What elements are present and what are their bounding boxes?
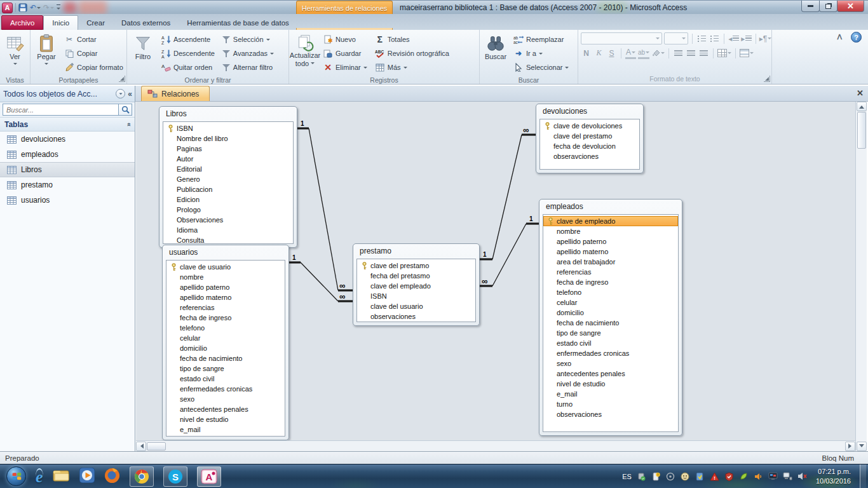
- highlight-button[interactable]: ab: [638, 47, 649, 59]
- field-observaciones[interactable]: observaciones: [166, 435, 285, 437]
- table-title-empleados[interactable]: empleados: [539, 200, 682, 212]
- vertical-scroll-thumb[interactable]: [857, 112, 866, 149]
- taskbar-ie-icon[interactable]: e: [36, 468, 43, 484]
- field-Paginas[interactable]: Paginas: [163, 144, 293, 154]
- field-Consulta[interactable]: Consulta: [163, 235, 293, 244]
- field-Genero[interactable]: Genero: [163, 174, 293, 184]
- show-desktop-button[interactable]: [860, 464, 866, 488]
- restore-button[interactable]: [819, 1, 837, 12]
- taskbar-firefox-icon[interactable]: [104, 468, 120, 485]
- taskbar-access-button[interactable]: A: [197, 466, 221, 487]
- horizontal-scroll-thumb[interactable]: [147, 442, 166, 451]
- field-clave-del-usuario[interactable]: clave del usuario: [357, 301, 475, 311]
- nav-item-usuarios[interactable]: usuarios: [0, 193, 135, 208]
- align-right-button[interactable]: [698, 47, 709, 59]
- tab-relaciones[interactable]: Relaciones: [141, 86, 210, 101]
- antivirus-tray-icon[interactable]: [724, 471, 734, 481]
- customize-qat-button[interactable]: [57, 4, 60, 11]
- relationships-canvas[interactable]: LibrosISBNNombre del libroPaginasAutorEd…: [136, 102, 855, 440]
- bold-button[interactable]: N: [581, 47, 592, 59]
- guardar-button[interactable]: Guardar: [320, 46, 370, 60]
- table-box-usuarios[interactable]: usuariosclave de usuarionombreapellido p…: [162, 245, 289, 440]
- device-warning-tray-icon[interactable]: !: [651, 471, 661, 481]
- field-clave-del-prestamo[interactable]: clave del prestamo: [540, 131, 639, 141]
- messenger-tray-icon[interactable]: [681, 471, 690, 481]
- field-domicilio[interactable]: domicilio: [166, 343, 285, 353]
- numbering-button[interactable]: [709, 32, 720, 44]
- field-observaciones[interactable]: observaciones: [357, 311, 475, 322]
- italic-button[interactable]: K: [593, 47, 604, 59]
- ver-button[interactable]: Ver: [1, 31, 29, 76]
- usb-tray-icon[interactable]: [637, 471, 646, 481]
- update-tray-icon[interactable]: [695, 471, 705, 481]
- field-apellido-materno[interactable]: apellido materno: [543, 247, 678, 257]
- revision-button[interactable]: ABC Revisión ortográfica: [372, 46, 452, 60]
- field-tipo-de-sangre[interactable]: tipo de sangre: [166, 363, 285, 374]
- field-estado-civil[interactable]: estado civil: [543, 338, 678, 348]
- field-tipo-de-sangre[interactable]: tipo de sangre: [543, 328, 678, 338]
- font-name-combo[interactable]: [581, 32, 662, 44]
- field-Idioma[interactable]: Idioma: [163, 225, 293, 235]
- field-clave-del-empleado[interactable]: clave del empleado: [357, 281, 475, 291]
- actualizar-todo-button[interactable]: Actualizar todo: [290, 31, 320, 76]
- field-obseravciones[interactable]: obseravciones: [540, 151, 639, 161]
- nav-item-libros[interactable]: Libros: [0, 162, 135, 177]
- totales-button[interactable]: Σ Totales: [372, 32, 452, 46]
- field-sexo[interactable]: sexo: [543, 358, 678, 369]
- network-connection-tray-icon[interactable]: [783, 471, 792, 481]
- table-title-usuarios[interactable]: usuarios: [163, 245, 288, 258]
- field-Edicion[interactable]: Edicion: [163, 194, 293, 205]
- align-left-button[interactable]: [673, 47, 684, 59]
- field-Observaciones[interactable]: Observaciones: [163, 215, 293, 225]
- filtro-button[interactable]: Filtro: [128, 31, 158, 76]
- cortar-button[interactable]: ✂ Cortar: [62, 32, 126, 46]
- alternate-row-color-button[interactable]: [740, 47, 754, 59]
- field-apellido-paterno[interactable]: apellido paterno: [543, 236, 678, 247]
- ascendente-button[interactable]: AZ Ascendente: [158, 32, 217, 46]
- field-telefono[interactable]: telefono: [166, 323, 285, 333]
- nav-section-tablas[interactable]: Tablas »: [0, 118, 135, 132]
- nav-item-devoluciones[interactable]: devoluciones: [0, 132, 135, 147]
- field-fecha-de-ingreso[interactable]: fecha de ingreso: [166, 313, 285, 323]
- taskbar-chrome-button[interactable]: [130, 466, 154, 487]
- fill-color-button[interactable]: [651, 47, 665, 59]
- shutter-bar-close-button[interactable]: «: [128, 90, 132, 98]
- tab-herramientas-bd[interactable]: Herramientas de base de datos: [179, 15, 297, 30]
- underline-button[interactable]: S: [606, 47, 617, 59]
- nav-pane-header[interactable]: Todos los objetos de Acc... «: [0, 86, 135, 102]
- scroll-up-button[interactable]: [857, 102, 867, 111]
- display-tray-icon[interactable]: [768, 471, 778, 481]
- buscar-button[interactable]: Buscar: [480, 31, 511, 76]
- search-input[interactable]: [3, 104, 118, 116]
- field-estado-civil[interactable]: estado civil: [166, 374, 285, 384]
- alternar-filtro-button[interactable]: Alternar filtro: [220, 60, 276, 74]
- field-fecha-del-pretasmo[interactable]: fecha del pretasmo: [357, 271, 475, 281]
- table-title-devoluciones[interactable]: devoluciones: [536, 104, 643, 117]
- field-ISBN[interactable]: ISBN: [357, 291, 475, 301]
- access-app-icon[interactable]: A: [2, 3, 13, 13]
- field-apellido-paterno[interactable]: apellido paterno: [166, 282, 285, 292]
- help-button[interactable]: ?: [851, 32, 862, 43]
- field-domicilio[interactable]: domicilio: [543, 308, 678, 318]
- field-nivel-de-estudio[interactable]: nivel de estudio: [543, 379, 678, 389]
- field-ISBN[interactable]: ISBN: [163, 123, 293, 133]
- relationship-Libros-prestamo[interactable]: 1∞: [297, 120, 353, 290]
- tab-crear[interactable]: Crear: [78, 15, 113, 30]
- align-center-button[interactable]: [686, 47, 696, 59]
- close-document-button[interactable]: ✕: [857, 89, 864, 97]
- field-Prologo[interactable]: Prologo: [163, 205, 293, 215]
- network-tray-icon[interactable]: [666, 471, 675, 481]
- dialog-launcher[interactable]: [119, 76, 125, 82]
- battery-saver-tray-icon[interactable]: [739, 471, 749, 481]
- taskbar-wmp-icon[interactable]: [79, 468, 95, 485]
- table-box-devoluciones[interactable]: devolucionesclave de devolucionesclave d…: [536, 104, 644, 173]
- scroll-right-button[interactable]: [845, 442, 855, 451]
- copiar-button[interactable]: Copiar: [62, 46, 126, 60]
- field-referencias[interactable]: referencias: [166, 302, 285, 313]
- field-celular[interactable]: celular: [166, 333, 285, 343]
- field-e_mail[interactable]: e_mail: [166, 424, 285, 435]
- close-button[interactable]: ✕: [837, 1, 864, 12]
- field-clave-del-prestamo[interactable]: clave del prestamo: [357, 261, 475, 271]
- quitar-orden-button[interactable]: A Quitar orden: [158, 60, 217, 74]
- field-Publicacion[interactable]: Publicacion: [163, 184, 293, 194]
